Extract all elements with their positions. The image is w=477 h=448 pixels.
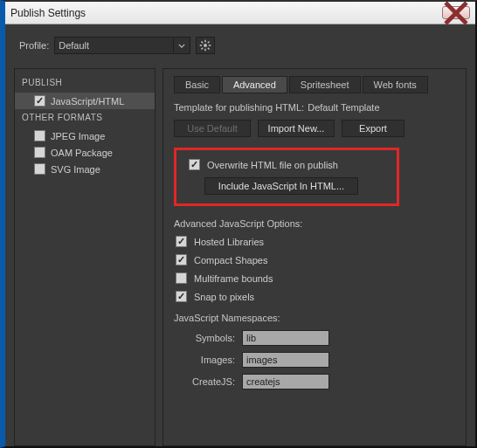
sidebar-item-svg[interactable]: SVG Image bbox=[15, 161, 155, 177]
checkbox-snap-to-pixels[interactable] bbox=[176, 291, 187, 302]
svg-line-8 bbox=[202, 48, 204, 50]
import-new-button[interactable]: Import New... bbox=[258, 120, 335, 137]
profile-row: Profile: Default bbox=[5, 24, 475, 63]
tab-label: Basic bbox=[185, 79, 209, 90]
svg-line-6 bbox=[208, 48, 210, 50]
compact-shapes-label: Compact Shapes bbox=[194, 255, 267, 265]
use-default-button[interactable]: Use Default bbox=[174, 120, 251, 137]
sidebar-item-label: OAM Package bbox=[51, 148, 113, 158]
tab-web-fonts[interactable]: Web fonts bbox=[363, 76, 428, 93]
images-label: Images: bbox=[176, 355, 235, 365]
checkbox-multiframe-bounds[interactable] bbox=[176, 272, 187, 284]
namespaces-grid: Symbols: Images: CreateJS: bbox=[174, 330, 455, 389]
export-button[interactable]: Export bbox=[342, 120, 404, 137]
checkbox-hosted-libraries[interactable] bbox=[176, 236, 187, 247]
tabs: Basic Advanced Spritesheet Web fonts bbox=[174, 76, 455, 93]
sidebar-item-javascript-html[interactable]: JavaScript/HTML bbox=[15, 93, 155, 109]
profile-settings-button[interactable] bbox=[196, 37, 215, 54]
symbols-input[interactable] bbox=[242, 330, 329, 346]
tab-advanced[interactable]: Advanced bbox=[222, 76, 287, 93]
sidebar: PUBLISH JavaScript/HTML OTHER FORMATS JP… bbox=[14, 68, 156, 446]
chevron-down-icon bbox=[173, 38, 189, 52]
template-value: Default Template bbox=[308, 102, 379, 113]
sidebar-item-label: SVG Image bbox=[51, 164, 100, 175]
close-button[interactable] bbox=[442, 6, 470, 19]
sidebar-item-label: JPEG Image bbox=[51, 131, 105, 141]
tab-label: Spritesheet bbox=[301, 79, 349, 90]
symbols-label: Symbols: bbox=[176, 333, 235, 343]
close-icon bbox=[443, 0, 469, 26]
snap-to-pixels-row: Snap to pixels bbox=[174, 291, 455, 302]
content-area: PUBLISH JavaScript/HTML OTHER FORMATS JP… bbox=[5, 63, 475, 446]
checkbox-compact-shapes[interactable] bbox=[176, 254, 187, 265]
overwrite-label: Overwrite HTML file on publish bbox=[207, 160, 338, 170]
multiframe-bounds-row: Multiframe bounds bbox=[174, 272, 455, 284]
images-input[interactable] bbox=[242, 352, 329, 368]
createjs-label: CreateJS: bbox=[176, 376, 235, 387]
namespaces-heading: JavaScript Namespaces: bbox=[174, 313, 455, 323]
checkbox-jpeg[interactable] bbox=[34, 130, 45, 141]
template-row: Template for publishing HTML: Default Te… bbox=[174, 102, 455, 113]
adv-js-heading: Advanced JavaScript Options: bbox=[174, 218, 455, 229]
profile-value: Default bbox=[59, 40, 89, 51]
sidebar-item-jpeg[interactable]: JPEG Image bbox=[15, 128, 155, 144]
title-bar: Publish Settings bbox=[5, 2, 475, 24]
svg-point-0 bbox=[204, 44, 207, 47]
include-javascript-button[interactable]: Include JavaScript In HTML... bbox=[204, 177, 358, 195]
gear-icon bbox=[199, 39, 211, 52]
checkbox-javascript-html[interactable] bbox=[34, 95, 45, 107]
profile-label: Profile: bbox=[19, 40, 49, 51]
sidebar-heading-other: OTHER FORMATS bbox=[15, 109, 155, 128]
adv-js-options: Hosted Libraries Compact Shapes Multifra… bbox=[174, 236, 455, 302]
tab-label: Web fonts bbox=[374, 79, 417, 90]
sidebar-heading-publish: PUBLISH bbox=[15, 74, 155, 93]
template-label: Template for publishing HTML: bbox=[174, 102, 304, 113]
snap-to-pixels-label: Snap to pixels bbox=[194, 292, 254, 302]
overwrite-row: Overwrite HTML file on publish bbox=[189, 159, 384, 170]
sidebar-item-oam[interactable]: OAM Package bbox=[15, 144, 155, 161]
compact-shapes-row: Compact Shapes bbox=[174, 254, 455, 265]
svg-line-5 bbox=[202, 41, 204, 43]
svg-line-7 bbox=[208, 41, 210, 43]
multiframe-bounds-label: Multiframe bounds bbox=[194, 273, 273, 284]
tab-basic[interactable]: Basic bbox=[174, 76, 220, 93]
checkbox-svg[interactable] bbox=[34, 163, 45, 175]
tab-label: Advanced bbox=[233, 79, 276, 90]
checkbox-overwrite-html[interactable] bbox=[189, 159, 200, 170]
window-title: Publish Settings bbox=[10, 7, 442, 19]
profile-dropdown[interactable]: Default bbox=[54, 37, 190, 54]
hosted-libraries-label: Hosted Libraries bbox=[194, 237, 264, 247]
right-pane: Basic Advanced Spritesheet Web fonts Tem… bbox=[162, 68, 467, 446]
sidebar-item-label: JavaScript/HTML bbox=[51, 96, 124, 107]
createjs-input[interactable] bbox=[242, 374, 329, 389]
template-button-row: Use Default Import New... Export bbox=[174, 120, 455, 137]
checkbox-oam[interactable] bbox=[34, 147, 45, 158]
highlight-red-box: Overwrite HTML file on publish Include J… bbox=[174, 148, 399, 206]
tab-spritesheet[interactable]: Spritesheet bbox=[289, 76, 361, 93]
hosted-libraries-row: Hosted Libraries bbox=[174, 236, 455, 247]
